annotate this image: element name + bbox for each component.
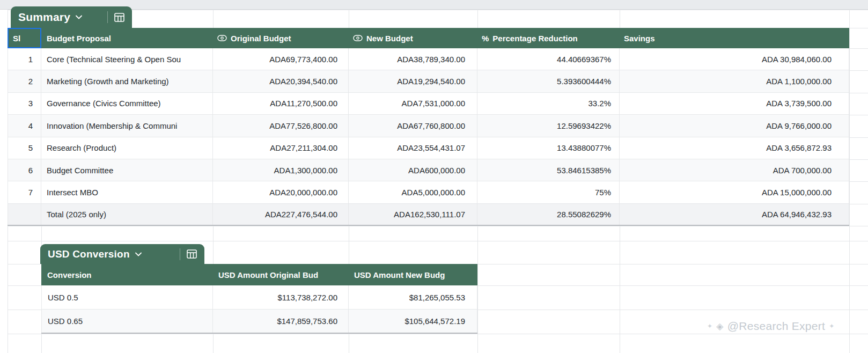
table-grid-icon: [187, 249, 197, 259]
cell-original-budget[interactable]: ADA27,211,304.00: [213, 137, 349, 159]
header-cell-budget-proposal[interactable]: Budget Proposal: [41, 28, 213, 48]
cell-savings[interactable]: ADA 1,100,000.00: [620, 70, 849, 92]
summary-row: 2 Marketing (Growth and Marketing) ADA20…: [8, 70, 849, 92]
cell-conversion[interactable]: USD 0.5: [41, 285, 213, 310]
diamond-logo-icon: ◈: [716, 321, 723, 332]
cell-new-budget[interactable]: ADA23,554,431.07: [349, 137, 477, 159]
cell-proposal[interactable]: Innovation (Membership & Communi: [41, 115, 213, 137]
cell-sl[interactable]: 4: [8, 115, 41, 137]
table-options-button[interactable]: [114, 13, 124, 22]
cell-usd-original[interactable]: $113,738,272.00: [213, 285, 349, 310]
cell-percentage-reduction[interactable]: 5.393600444%: [477, 70, 620, 92]
cell-savings[interactable]: ADA 700,000.00: [620, 159, 849, 181]
summary-table-tab[interactable]: Summary: [11, 6, 132, 28]
cell-sl[interactable]: [8, 204, 41, 225]
cell-proposal[interactable]: Research (Product): [41, 137, 213, 159]
summary-table-title: Summary: [18, 11, 70, 24]
cell-proposal[interactable]: Governance (Civics Committee): [41, 93, 213, 115]
usd-conversion-table-tab[interactable]: USD Conversion: [40, 244, 204, 264]
usd-conversion-table: Conversion USD Amount Original Bud USD A…: [41, 264, 477, 334]
header-cell-sl[interactable]: Sl: [8, 28, 41, 48]
gridline: [8, 226, 868, 226]
cell-original-budget[interactable]: ADA77,526,800.00: [213, 115, 349, 137]
cell-savings[interactable]: ADA 64,946,432.93: [620, 204, 849, 225]
summary-row: 5 Research (Product) ADA27,211,304.00 AD…: [8, 137, 849, 159]
spreadsheet: { "sheet": { "icons": { "percent": "%" }…: [0, 0, 868, 353]
cell-percentage-reduction[interactable]: 28.55082629%: [477, 204, 620, 225]
usd-header-row: Conversion USD Amount Original Bud USD A…: [41, 264, 477, 285]
header-cell-original-budget[interactable]: Original Budget: [213, 28, 349, 48]
cell-original-budget[interactable]: ADA20,394,540.00: [213, 70, 349, 92]
sparkle-icon: ✦: [707, 322, 712, 330]
percent-icon: %: [482, 34, 489, 43]
header-cell-usd-original[interactable]: USD Amount Original Bud: [213, 264, 349, 285]
gridline: [8, 241, 868, 241]
header-cell-percentage-reduction[interactable]: % Percentage Reduction: [477, 28, 620, 48]
cell-usd-original[interactable]: $147,859,753.60: [213, 310, 349, 333]
tab-divider: [180, 248, 180, 260]
cell-sl[interactable]: 5: [8, 137, 41, 159]
cell-new-budget[interactable]: ADA5,000,000.00: [349, 181, 477, 203]
summary-row: 4 Innovation (Membership & Communi ADA77…: [8, 115, 849, 137]
cell-usd-new[interactable]: $105,644,572.19: [349, 310, 477, 333]
header-cell-usd-new[interactable]: USD Amount New Budg: [349, 264, 477, 285]
watermark-text: @Research Expert: [727, 320, 826, 333]
header-cell-savings[interactable]: Savings: [620, 28, 849, 48]
summary-table: Sl Budget Proposal Original Budget New B…: [8, 28, 849, 226]
cell-new-budget[interactable]: ADA67,760,800.00: [349, 115, 477, 137]
usd-conversion-table-title: USD Conversion: [48, 248, 130, 260]
cell-new-budget[interactable]: ADA38,789,340.00: [349, 48, 477, 70]
cell-usd-new[interactable]: $81,265,055.53: [349, 285, 477, 310]
cell-original-budget[interactable]: ADA11,270,500.00: [213, 93, 349, 115]
header-cell-conversion[interactable]: Conversion: [41, 264, 213, 285]
cell-proposal[interactable]: Total (2025 only): [41, 204, 213, 225]
cell-original-budget[interactable]: ADA227,476,544.00: [213, 204, 349, 225]
summary-header-row: Sl Budget Proposal Original Budget New B…: [8, 28, 849, 48]
cell-proposal[interactable]: Budget Committee: [41, 159, 213, 181]
cell-percentage-reduction[interactable]: 13.43880077%: [477, 137, 620, 159]
cell-percentage-reduction[interactable]: 33.2%: [477, 93, 620, 115]
cell-sl[interactable]: 3: [8, 93, 41, 115]
cell-percentage-reduction[interactable]: 53.84615385%: [477, 159, 620, 181]
header-cell-new-budget[interactable]: New Budget: [349, 28, 477, 48]
cell-savings[interactable]: ADA 3,739,500.00: [620, 93, 849, 115]
table-options-button[interactable]: [187, 249, 197, 259]
watermark: ✦ ◈ @Research Expert ✦: [707, 320, 835, 333]
cell-new-budget[interactable]: ADA600,000.00: [349, 159, 477, 181]
cell-sl[interactable]: 7: [8, 181, 41, 203]
summary-row: 3 Governance (Civics Committee) ADA11,27…: [8, 93, 849, 115]
cell-percentage-reduction[interactable]: 12.59693422%: [477, 115, 620, 137]
currency-icon: [217, 35, 227, 41]
cell-percentage-reduction[interactable]: 75%: [477, 181, 620, 203]
cell-original-budget[interactable]: ADA20,000,000.00: [213, 181, 349, 203]
cell-original-budget[interactable]: ADA69,773,400.00: [213, 48, 349, 70]
tab-divider: [107, 11, 108, 23]
cell-conversion[interactable]: USD 0.65: [41, 310, 213, 333]
cell-new-budget[interactable]: ADA19,294,540.00: [349, 70, 477, 92]
cell-original-budget[interactable]: ADA1,300,000.00: [213, 159, 349, 181]
cell-savings[interactable]: ADA 9,766,000.00: [620, 115, 849, 137]
cell-savings[interactable]: ADA 3,656,872.93: [620, 137, 849, 159]
summary-total-row: Total (2025 only) ADA227,476,544.00 ADA1…: [8, 204, 849, 226]
cell-sl[interactable]: 2: [8, 70, 41, 92]
usd-row: USD 0.65 $147,859,753.60 $105,644,572.19: [41, 310, 477, 334]
cell-sl[interactable]: 6: [8, 159, 41, 181]
cell-proposal[interactable]: Core (Technical Steering & Open Sou: [41, 48, 213, 70]
cell-new-budget[interactable]: ADA7,531,000.00: [349, 93, 477, 115]
summary-row: 6 Budget Committee ADA1,300,000.00 ADA60…: [8, 159, 849, 181]
cell-proposal[interactable]: Marketing (Growth and Marketing): [41, 70, 213, 92]
cell-savings[interactable]: ADA 15,000,000.00: [620, 181, 849, 203]
cell-proposal[interactable]: Intersect MBO: [41, 181, 213, 203]
summary-row: 7 Intersect MBO ADA20,000,000.00 ADA5,00…: [8, 181, 849, 203]
gridline: [8, 334, 868, 334]
chevron-down-icon[interactable]: [135, 252, 142, 256]
gridline: [8, 10, 868, 10]
cell-savings[interactable]: ADA 30,984,060.00: [620, 48, 849, 70]
summary-row: 1 Core (Technical Steering & Open Sou AD…: [8, 48, 849, 70]
cell-percentage-reduction[interactable]: 44.40669367%: [477, 48, 620, 70]
cell-sl[interactable]: 1: [8, 48, 41, 70]
currency-icon: [353, 35, 363, 41]
cell-new-budget[interactable]: ADA162,530,111.07: [349, 204, 477, 225]
chevron-down-icon[interactable]: [76, 15, 82, 19]
usd-row: USD 0.5 $113,738,272.00 $81,265,055.53: [41, 285, 477, 310]
